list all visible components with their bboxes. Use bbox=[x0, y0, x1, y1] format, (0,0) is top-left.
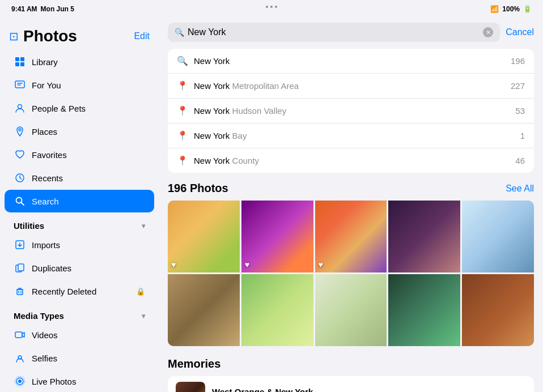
memory-card-1[interactable]: West Orange & New York Jul 14, 2022 42 › bbox=[168, 376, 534, 392]
search-clear-button[interactable]: ✕ bbox=[483, 27, 493, 37]
date: Mon Jun 5 bbox=[41, 5, 74, 13]
photo-7[interactable] bbox=[241, 274, 313, 346]
photo-5[interactable] bbox=[462, 201, 534, 272]
recents-label: Recents bbox=[32, 173, 63, 183]
suggestion-count-46: 46 bbox=[515, 156, 525, 165]
for-you-label: For You bbox=[32, 80, 61, 90]
imports-icon bbox=[14, 238, 26, 251]
places-label: Places bbox=[32, 127, 57, 137]
photo-8[interactable] bbox=[315, 274, 387, 346]
app-container: ⊡ Photos Edit Library bbox=[0, 18, 543, 392]
people-pets-label: People & Pets bbox=[32, 104, 86, 113]
dot2 bbox=[270, 6, 273, 8]
memories-section: Memories West Orange & New York Jul 14, … bbox=[168, 357, 534, 392]
places-icon bbox=[14, 125, 26, 138]
live-photos-label: Live Photos bbox=[32, 377, 76, 386]
sidebar-item-recents[interactable]: Recents bbox=[5, 167, 154, 189]
photo-6[interactable] bbox=[168, 274, 240, 346]
memory-title-1: West Orange & New York bbox=[212, 387, 498, 392]
people-icon bbox=[14, 102, 26, 114]
suggestion-count-53: 53 bbox=[515, 106, 525, 116]
suggestion-ny-bay[interactable]: 📍 New York Bay 1 bbox=[168, 123, 534, 148]
heart-3: ♥ bbox=[319, 260, 323, 269]
svg-point-6 bbox=[19, 129, 21, 131]
favorites-label: Favorites bbox=[32, 150, 67, 160]
sidebar-item-imports[interactable]: Imports bbox=[5, 233, 154, 256]
videos-label: Videos bbox=[32, 330, 58, 340]
sidebar-item-recently-deleted[interactable]: Recently Deleted 🔒 bbox=[5, 280, 154, 302]
sidebar-item-for-you[interactable]: For You bbox=[5, 74, 154, 96]
wifi-icon: 📶 bbox=[490, 5, 499, 13]
utilities-header[interactable]: Utilities ▾ bbox=[5, 213, 154, 233]
imports-label: Imports bbox=[32, 240, 60, 250]
photos-count-title: 196 Photos bbox=[168, 182, 228, 195]
sidebar-title: Photos bbox=[23, 27, 77, 45]
selfies-label: Selfies bbox=[32, 353, 57, 363]
media-types-header[interactable]: Media Types ▾ bbox=[5, 303, 154, 323]
suggestions-list: 🔍 New York 196 📍 New York Metropolitan A… bbox=[168, 49, 534, 173]
dot3 bbox=[275, 6, 277, 8]
main-content: 🔍 New York ✕ Cancel 🔍 New York 196 📍 New… bbox=[159, 18, 543, 392]
svg-rect-11 bbox=[18, 264, 24, 271]
photo-10[interactable] bbox=[462, 274, 534, 346]
duplicates-label: Duplicates bbox=[32, 263, 71, 273]
sidebar: ⊡ Photos Edit Library bbox=[0, 18, 159, 392]
sidebar-item-favorites[interactable]: Favorites bbox=[5, 143, 154, 166]
suggestion-ny-metro[interactable]: 📍 New York Metropolitan Area 227 bbox=[168, 74, 534, 99]
suggestion-ny-hudson[interactable]: 📍 New York Hudson Valley 53 bbox=[168, 99, 534, 123]
videos-icon bbox=[14, 329, 26, 341]
search-bar-row: 🔍 New York ✕ Cancel bbox=[168, 23, 534, 42]
see-all-button[interactable]: See All bbox=[506, 184, 534, 194]
sidebar-item-videos[interactable]: Videos bbox=[5, 323, 154, 346]
svg-rect-0 bbox=[15, 57, 19, 61]
svg-rect-4 bbox=[15, 81, 24, 88]
photo-1[interactable]: ♥ bbox=[168, 201, 240, 272]
suggestion-place-icon-3: 📍 bbox=[177, 130, 188, 141]
library-label: Library bbox=[32, 57, 58, 67]
suggestion-text-metro: New York Metropolitan Area bbox=[194, 81, 505, 91]
search-bar: 🔍 New York ✕ bbox=[168, 23, 500, 42]
svg-rect-2 bbox=[15, 62, 19, 66]
library-icon bbox=[14, 56, 26, 68]
memories-section-header: Memories bbox=[168, 357, 534, 370]
sidebar-collapse-icon[interactable]: ⊡ bbox=[9, 29, 19, 43]
search-label: Search bbox=[32, 197, 59, 206]
search-input[interactable]: New York bbox=[188, 27, 480, 37]
suggestion-ny-county[interactable]: 📍 New York County 46 bbox=[168, 148, 534, 173]
recently-deleted-icon bbox=[14, 285, 26, 297]
media-types-label: Media Types bbox=[14, 311, 64, 321]
cancel-button[interactable]: Cancel bbox=[506, 27, 534, 37]
suggestion-new-york[interactable]: 🔍 New York 196 bbox=[168, 49, 534, 74]
suggestion-place-icon-2: 📍 bbox=[177, 105, 188, 116]
photo-4[interactable] bbox=[388, 201, 460, 272]
sidebar-item-search[interactable]: Search bbox=[5, 190, 154, 212]
suggestion-place-icon-4: 📍 bbox=[177, 155, 188, 166]
photo-3[interactable]: ♥ bbox=[315, 201, 387, 272]
photos-section-header: 196 Photos See All bbox=[168, 182, 534, 195]
sidebar-item-places[interactable]: Places bbox=[5, 120, 154, 143]
dot1 bbox=[266, 6, 268, 8]
search-icon bbox=[14, 195, 26, 207]
edit-button[interactable]: Edit bbox=[134, 31, 150, 41]
suggestion-text-hudson: New York Hudson Valley bbox=[194, 106, 510, 116]
utilities-chevron: ▾ bbox=[142, 222, 145, 230]
sidebar-item-library[interactable]: Library bbox=[5, 50, 154, 73]
photo-2[interactable]: ♥ bbox=[241, 201, 313, 272]
duplicates-icon bbox=[14, 262, 26, 274]
svg-point-5 bbox=[18, 105, 22, 109]
sidebar-item-people-pets[interactable]: People & Pets bbox=[5, 97, 154, 120]
recently-deleted-label: Recently Deleted bbox=[32, 287, 130, 296]
svg-rect-1 bbox=[20, 57, 24, 61]
photo-grid: ♥ ♥ ♥ bbox=[168, 201, 534, 346]
sidebar-item-live-photos[interactable]: Live Photos bbox=[5, 370, 154, 392]
search-bar-icon: 🔍 bbox=[175, 28, 184, 37]
sidebar-item-selfies[interactable]: Selfies bbox=[5, 347, 154, 369]
sidebar-item-duplicates[interactable]: Duplicates bbox=[5, 257, 154, 279]
for-you-icon bbox=[14, 79, 26, 91]
status-bar: 9:41 AM Mon Jun 5 📶 100% 🔋 bbox=[0, 0, 543, 18]
memory-info-1: West Orange & New York Jul 14, 2022 bbox=[212, 387, 498, 392]
photos-section: 196 Photos See All ♥ ♥ ♥ bbox=[168, 182, 534, 346]
selfies-icon bbox=[14, 352, 26, 364]
memories-title: Memories bbox=[168, 357, 220, 370]
photo-9[interactable] bbox=[388, 274, 460, 346]
